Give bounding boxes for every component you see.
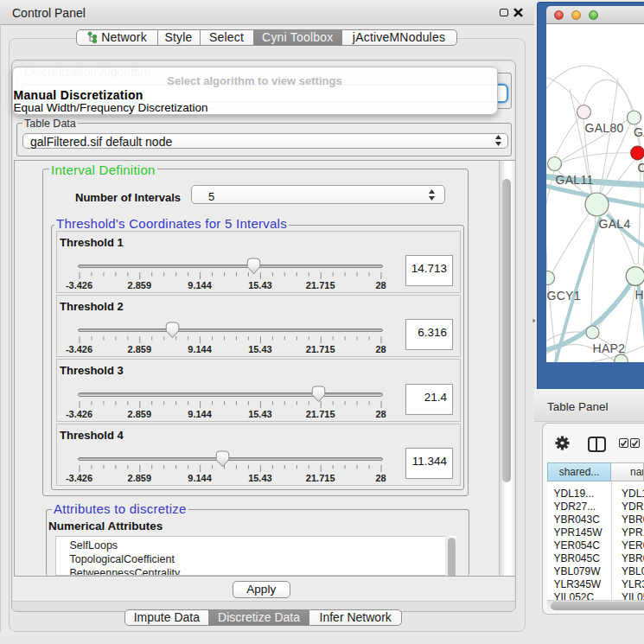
svg-text:CD: CD (637, 160, 644, 174)
svg-text:GAL80: GAL80 (584, 120, 623, 134)
svg-text:GAL: GAL (634, 124, 644, 138)
svg-text:GAL11: GAL11 (555, 172, 593, 186)
svg-text:GAL4: GAL4 (598, 216, 630, 230)
svg-text:HAP2: HAP2 (592, 341, 625, 355)
svg-text:HI: HI (634, 288, 644, 302)
svg-text:GCY1: GCY1 (546, 289, 580, 303)
